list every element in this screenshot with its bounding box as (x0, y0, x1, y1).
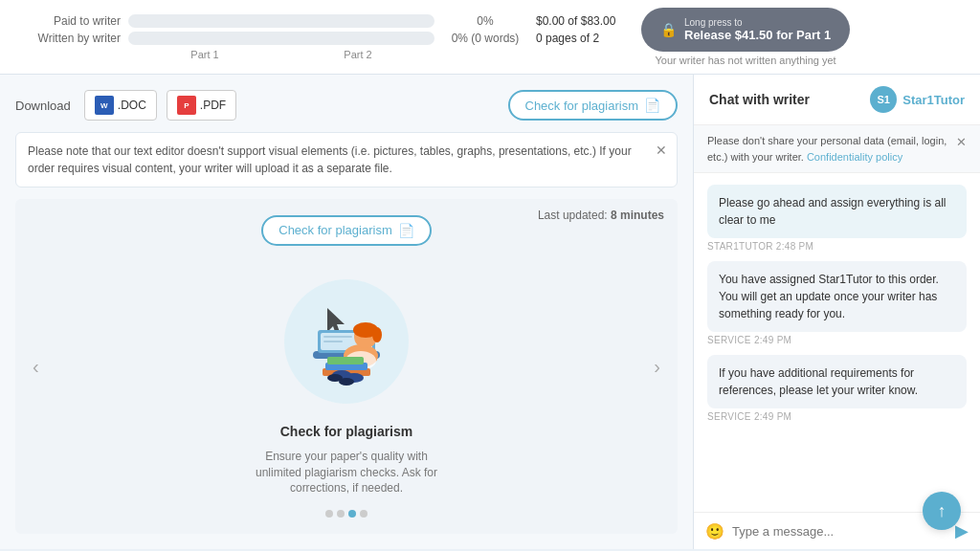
svg-rect-14 (327, 357, 364, 364)
paid-amount: $0.00 of $83.00 (536, 14, 622, 28)
last-updated-value: 8 minutes (611, 209, 664, 222)
plagiarism-center-label: Check for plagiarism (278, 223, 392, 237)
avatar-initials: S1 (878, 94, 890, 105)
message-3: If you have additional requirements for … (707, 355, 967, 422)
message-bubble-3: If you have additional requirements for … (707, 355, 967, 408)
message-1: Please go ahead and assign everything is… (707, 185, 967, 252)
message-text-2: You have assigned Star1Tutor to this ord… (719, 273, 939, 320)
release-small-text: Long press to (684, 17, 831, 28)
plagiarism-top-icon: 📄 (644, 98, 660, 113)
part2-label: Part 2 (344, 49, 371, 60)
release-section: 🔒 Long press to Release $41.50 for Part … (641, 8, 850, 66)
avatar: S1 (870, 86, 897, 113)
dot-1 (325, 510, 333, 518)
doc-download-button[interactable]: W .DOC (84, 90, 157, 121)
message-bubble-2: You have assigned Star1Tutor to this ord… (707, 261, 967, 332)
paid-label: Paid to writer (15, 14, 121, 28)
written-progress-bar (128, 32, 434, 45)
svg-point-18 (339, 378, 354, 386)
notice-bar: Please note that our text editor doesn't… (15, 132, 678, 187)
document-area: Last updated: 8 minutes ‹ › Check for pl… (15, 199, 678, 534)
next-page-button[interactable]: › (646, 348, 668, 386)
toolbar: Download W .DOC P .PDF Check for plagiar… (15, 90, 678, 121)
pdf-download-button[interactable]: P .PDF (167, 90, 236, 121)
svg-point-10 (372, 327, 382, 342)
top-bar: Paid to writer 0% $0.00 of $83.00 Writte… (0, 0, 980, 75)
main-content: Download W .DOC P .PDF Check for plagiar… (0, 75, 980, 549)
message-meta-2: SERVICE 2:49 PM (707, 335, 967, 345)
left-panel: Download W .DOC P .PDF Check for plagiar… (0, 75, 693, 549)
writer-note: Your writer has not written anything yet (656, 55, 836, 66)
dot-4 (360, 510, 368, 518)
plagiarism-center-button[interactable]: Check for plagiarism 📄 (261, 215, 432, 246)
privacy-close-button[interactable]: ✕ (956, 133, 967, 152)
message-meta-1: Star1Tutor 2:48 PM (707, 241, 967, 252)
last-updated: Last updated: 8 minutes (538, 209, 664, 222)
written-progress-row: Written by writer 0% (0 words) 0 pages o… (15, 32, 622, 45)
privacy-notice: Please don't share your personal data (e… (694, 125, 980, 173)
page-dots (325, 510, 368, 518)
written-percent: 0% (0 words) (442, 32, 528, 45)
progress-rows: Paid to writer 0% $0.00 of $83.00 Writte… (15, 14, 622, 60)
lock-icon: 🔒 (660, 22, 677, 37)
paid-progress-row: Paid to writer 0% $0.00 of $83.00 (15, 14, 622, 28)
plagiarism-center: Check for plagiarism 📄 (241, 215, 452, 518)
dot-3 (348, 510, 356, 518)
plagiarism-title: Check for plagiarism (280, 424, 413, 439)
plagiarism-top-label: Check for plagiarism (525, 99, 639, 113)
message-meta-3: SERVICE 2:49 PM (707, 411, 967, 422)
svg-rect-5 (323, 336, 352, 338)
download-label: Download (15, 99, 71, 113)
message-text-3: If you have additional requirements for … (719, 366, 918, 397)
doc-icon: W (95, 96, 114, 115)
plagiarism-illustration (270, 255, 423, 408)
paid-percent: 0% (442, 14, 528, 28)
notice-close-button[interactable]: ✕ (656, 141, 667, 161)
paid-progress-bar (128, 14, 434, 28)
send-button[interactable]: ▶ (955, 520, 969, 541)
message-bubble-1: Please go ahead and assign everything is… (707, 185, 967, 238)
prev-page-button[interactable]: ‹ (25, 348, 47, 386)
written-label: Written by writer (15, 32, 121, 45)
plagiarism-top-button[interactable]: Check for plagiarism 📄 (508, 90, 679, 121)
notice-text: Please note that our text editor doesn't… (28, 144, 632, 175)
writer-name: Star1Tutor (902, 93, 965, 107)
release-button[interactable]: 🔒 Long press to Release $41.50 for Part … (641, 8, 850, 52)
pages-count: 0 pages of 2 (536, 32, 622, 45)
doc-label: .DOC (118, 99, 146, 112)
message-text-1: Please go ahead and assign everything is… (719, 196, 947, 227)
writer-avatar: S1 Star1Tutor (870, 86, 965, 113)
chat-header: Chat with writer S1 Star1Tutor (694, 75, 980, 125)
pdf-label: .PDF (200, 99, 226, 112)
message-2: You have assigned Star1Tutor to this ord… (707, 261, 967, 345)
plagiarism-center-icon: 📄 (398, 223, 414, 238)
chat-panel: Chat with writer S1 Star1Tutor Please do… (693, 75, 980, 549)
pdf-icon: P (177, 96, 196, 115)
parts-labels: Part 1 Part 2 (128, 49, 434, 60)
confidentiality-link[interactable]: Confidentiality policy (807, 151, 902, 163)
release-main-text: Release $41.50 for Part 1 (684, 28, 831, 42)
privacy-text: Please don't share your personal data (e… (707, 133, 948, 165)
last-updated-label: Last updated: (538, 209, 608, 222)
emoji-button[interactable]: 🙂 (705, 522, 724, 540)
part1-label: Part 1 (190, 49, 218, 60)
release-btn-text: Long press to Release $41.50 for Part 1 (684, 17, 831, 42)
chat-title: Chat with writer (709, 92, 810, 107)
dot-2 (337, 510, 345, 518)
chat-input[interactable] (732, 524, 947, 539)
svg-rect-6 (323, 341, 343, 342)
scroll-top-button[interactable]: ↑ (923, 492, 961, 530)
plagiarism-desc: Ensure your paper's quality with unlimit… (241, 449, 452, 496)
chat-messages: Please go ahead and assign everything is… (694, 173, 980, 512)
